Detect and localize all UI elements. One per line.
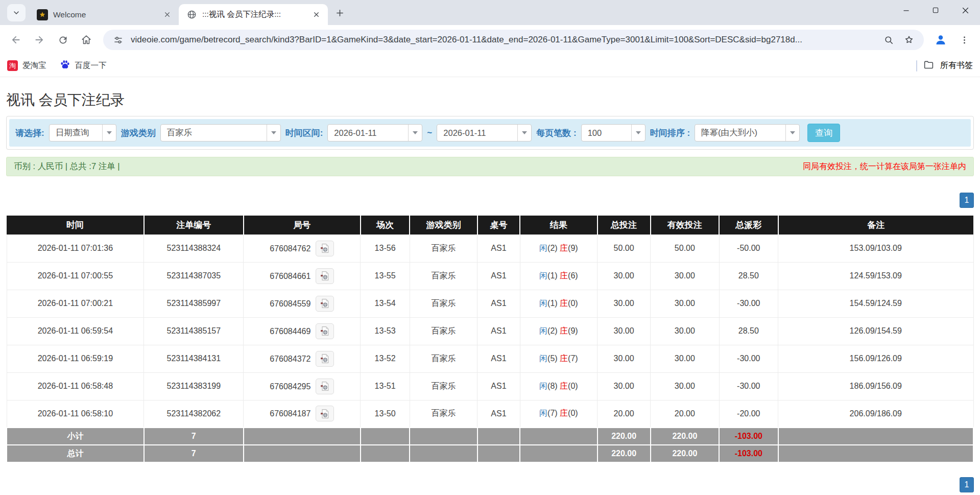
- sum-count-cell: 7: [144, 445, 244, 462]
- player-label: 闲: [539, 382, 547, 390]
- close-button[interactable]: [950, 0, 980, 20]
- round-no: 676084187: [270, 409, 310, 418]
- valid-bet-cell: 30.00: [651, 317, 719, 345]
- game-kind-cell: 百家乐: [410, 234, 477, 262]
- tab-search-button[interactable]: [7, 4, 26, 21]
- sum-total-bet-cell: 220.00: [597, 445, 651, 462]
- session-cell: 13-51: [361, 372, 410, 400]
- sum-count-cell: 7: [144, 428, 244, 445]
- page-zoom-icon[interactable]: [881, 32, 896, 48]
- all-bookmarks-button[interactable]: 所有书签: [916, 59, 973, 72]
- per-page-select[interactable]: 100: [581, 124, 646, 142]
- search-button[interactable]: 查询: [807, 124, 840, 142]
- tab-title: Welcome: [53, 10, 156, 19]
- date-end-select[interactable]: 2026-01-11: [437, 124, 532, 142]
- valid-bet-cell: 50.00: [651, 234, 719, 262]
- empty-cell: [244, 428, 361, 445]
- site-info-icon[interactable]: [110, 32, 126, 48]
- video-replay-button[interactable]: [316, 323, 334, 339]
- address-bar[interactable]: videoie.com/game/betrecord_search/kind3?…: [103, 30, 924, 50]
- sort-select[interactable]: 降幂(由大到小): [695, 124, 800, 142]
- player-label: 闲: [539, 271, 547, 280]
- video-replay-button[interactable]: [316, 351, 334, 367]
- column-header: 总派彩: [719, 216, 778, 234]
- back-button[interactable]: [5, 29, 27, 51]
- table-row: 2026-01-11 06:58:10523114382062676084187…: [7, 400, 973, 428]
- reload-button[interactable]: [52, 29, 74, 51]
- page-1-button[interactable]: 1: [960, 477, 974, 492]
- table-no-cell: AS1: [477, 234, 520, 262]
- film-clip-icon: [320, 381, 330, 391]
- profile-avatar[interactable]: [930, 29, 951, 51]
- url-text[interactable]: videoie.com/game/betrecord_search/kind3?…: [131, 35, 876, 45]
- minimize-button[interactable]: [891, 0, 921, 20]
- select-arrow-icon: [408, 125, 422, 141]
- table-no-cell: AS1: [477, 372, 520, 400]
- empty-cell: [778, 445, 973, 462]
- game-kind-select[interactable]: 百家乐: [160, 124, 281, 142]
- player-label: 闲: [539, 244, 547, 252]
- filter-bar: 请选择: 日期查询 游戏类别 百家乐 时间区间: 2026-01-11 ~: [9, 119, 971, 147]
- tab-welcome[interactable]: Welcome: [30, 4, 179, 25]
- column-header: 总投注: [597, 216, 651, 234]
- player-score: (2): [547, 326, 560, 335]
- maximize-button[interactable]: [921, 0, 950, 20]
- game-kind-cell: 百家乐: [410, 290, 477, 317]
- banker-label: 庄: [560, 244, 568, 252]
- remark-cell: 154.59/124.59: [778, 290, 973, 317]
- table-row: 2026-01-11 06:58:48523114383199676084295…: [7, 372, 973, 400]
- round-no: 676084559: [270, 299, 310, 308]
- banker-score: (7): [568, 354, 578, 363]
- tab-close-icon[interactable]: [161, 9, 173, 20]
- sum-payout-cell: -103.00: [719, 445, 778, 462]
- tab-betrecord[interactable]: :::视讯 会员下注纪录:::: [179, 4, 328, 25]
- session-cell: 13-56: [361, 234, 410, 262]
- table-no-cell: AS1: [477, 317, 520, 345]
- bet-no-cell: 523114385157: [144, 317, 244, 345]
- banker-score: (6): [568, 271, 578, 280]
- video-replay-button[interactable]: [316, 379, 334, 394]
- browser-menu-button[interactable]: [953, 29, 975, 51]
- forward-button[interactable]: [29, 29, 50, 51]
- round-no-cell: 676084661: [244, 262, 361, 290]
- bookmark-baidu[interactable]: 百度一下: [60, 59, 107, 72]
- round-no-cell: 676084372: [244, 345, 361, 372]
- baidu-paw-icon: [60, 59, 70, 72]
- column-header: 时间: [7, 216, 144, 234]
- home-button[interactable]: [76, 29, 97, 51]
- remark-cell: 186.09/156.09: [778, 372, 973, 400]
- session-cell: 13-55: [361, 262, 410, 290]
- table-row: 2026-01-11 07:00:55523114387035676084661…: [7, 262, 973, 290]
- video-replay-button[interactable]: [316, 296, 334, 312]
- bet-no-cell: 523114383199: [144, 372, 244, 400]
- tab-close-icon[interactable]: [310, 9, 322, 20]
- new-tab-button[interactable]: [331, 4, 348, 21]
- sum-label-cell: 小计: [7, 428, 144, 445]
- time-cell: 2026-01-11 06:59:19: [7, 345, 144, 372]
- page-1-button[interactable]: 1: [960, 193, 974, 208]
- column-header: 结果: [520, 216, 597, 234]
- game-kind-cell: 百家乐: [410, 262, 477, 290]
- date-start-select[interactable]: 2026-01-11: [327, 124, 422, 142]
- player-score: (1): [547, 299, 560, 308]
- query-type-select[interactable]: 日期查询: [49, 124, 116, 142]
- payout-cell: -20.00: [719, 400, 778, 428]
- video-replay-button[interactable]: [316, 406, 334, 421]
- sum-payout-cell: -103.00: [719, 428, 778, 445]
- empty-cell: [361, 428, 410, 445]
- bookmark-star-icon[interactable]: [901, 32, 917, 48]
- banker-label: 庄: [560, 299, 568, 308]
- round-no: 676084469: [270, 326, 310, 335]
- column-header: 游戏类别: [410, 216, 477, 234]
- valid-bet-notice: 同局有效投注，统一计算在该局第一张注单内: [803, 161, 966, 172]
- bookmark-aitaobao[interactable]: 淘 爱淘宝: [7, 60, 46, 71]
- banker-score: (0): [568, 299, 578, 308]
- bookmarks-bar: 淘 爱淘宝 百度一下 所有书签: [0, 55, 980, 77]
- bookmark-label: 百度一下: [75, 60, 107, 71]
- player-score: (5): [547, 354, 560, 363]
- sum-total-bet-cell: 220.00: [597, 428, 651, 445]
- video-replay-button[interactable]: [316, 268, 334, 284]
- payout-cell: 28.50: [719, 262, 778, 290]
- session-cell: 13-54: [361, 290, 410, 317]
- video-replay-button[interactable]: [316, 241, 334, 256]
